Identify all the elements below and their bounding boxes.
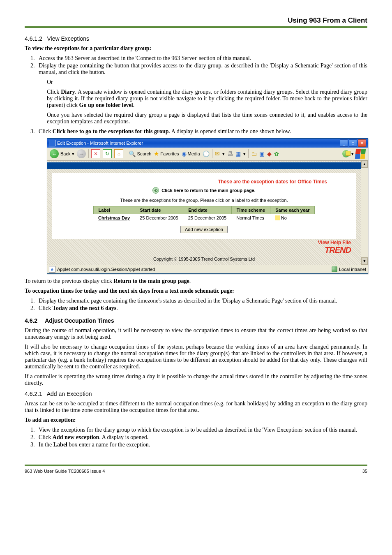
intro-view-exceptions: To view the exceptions for a particular …: [25, 45, 367, 52]
add-exception-p1: Areas can be set to be occupied at times…: [25, 400, 367, 414]
minimize-button[interactable]: _: [340, 139, 348, 147]
col-end: End date: [183, 206, 232, 214]
home-icon[interactable]: ⌂: [114, 149, 123, 158]
favorites-button[interactable]: ★Favorites: [154, 150, 179, 157]
footer-left: 963 Web User Guide TC200685 Issue 4: [25, 469, 105, 474]
ie-toolbar: ← Back ▾ → ✕ ↻ ⌂ 🔍Search ★Favorites ◉Med…: [47, 148, 368, 160]
search-button[interactable]: 🔍Search: [129, 150, 151, 157]
links-icon[interactable]: [342, 150, 350, 157]
return-para: To return to the previous display click …: [25, 278, 367, 284]
footer-page-number: 35: [362, 469, 367, 474]
intro-occupation: To occupation times for today and the ne…: [25, 288, 367, 294]
tool-icon-2[interactable]: ✿: [274, 150, 279, 157]
discuss-icon[interactable]: ▣: [259, 150, 265, 157]
scroll-up-icon[interactable]: ▲: [361, 160, 368, 168]
step-1: Access the 963 Server as described in th…: [36, 55, 367, 62]
maximize-button[interactable]: □: [349, 139, 357, 147]
media-icon: ◉: [182, 150, 187, 157]
adjust-p3: If a controller is operating the wrong t…: [25, 373, 367, 386]
exception-table: Label Start date End date Time scheme Sa…: [93, 206, 315, 222]
ie-window: Edit Exception - Microsoft Internet Expl…: [47, 138, 368, 274]
edit-icon[interactable]: ▦: [235, 150, 241, 157]
occ-step-2: Click Today and the next 6 days.: [36, 305, 367, 312]
return-link[interactable]: Click here to return to the main group p…: [161, 188, 256, 193]
click-diary-para: Click Diary. A separate window is opened…: [47, 89, 367, 109]
close-button[interactable]: ×: [358, 139, 366, 147]
add-step-2: Click Add new exception. A display is op…: [36, 434, 367, 441]
or-text: Or: [47, 79, 367, 86]
return-arrow-icon[interactable]: ⟲: [152, 187, 159, 194]
back-button[interactable]: ← Back ▾: [50, 149, 74, 158]
media-button[interactable]: ◉Media: [182, 150, 200, 157]
add-step-3: In the Label box enter a name for the ex…: [36, 442, 367, 448]
section-heading-view-exceptions: 4.6.1.2 View Exceptions: [25, 35, 367, 42]
forward-button[interactable]: →: [77, 149, 86, 158]
occ-step-1: Display the schematic page containing th…: [36, 298, 367, 304]
section-heading-add-exception: 4.6.2.1 Add an Exception: [25, 391, 367, 397]
col-scheme: Time scheme: [231, 206, 270, 214]
zone-icon: [332, 266, 337, 272]
back-arrow-icon: ←: [50, 149, 59, 158]
view-help-file-link[interactable]: View Help File: [318, 240, 351, 245]
intro-add-exception: To add an exception:: [25, 417, 367, 423]
search-icon: 🔍: [129, 150, 136, 157]
scrollbar[interactable]: ▲ ▼: [361, 160, 368, 265]
status-bar: e Applet com.novar.util.login.SessionApp…: [47, 265, 368, 273]
step-2: Display the page containing the button t…: [36, 62, 367, 76]
folder-icon[interactable]: 🗀: [251, 150, 257, 157]
page-header: Using 963 From a Client: [288, 16, 367, 25]
zone-text: Local intranet: [339, 267, 366, 272]
col-same: Same each year: [270, 206, 315, 214]
adjust-p1: During the course of normal operation, i…: [25, 327, 367, 340]
add-new-exception-button[interactable]: Add new exception: [180, 226, 228, 233]
history-icon[interactable]: 🕘: [203, 150, 210, 157]
status-text: Applet com.novar.util.login.SessionApple…: [57, 267, 155, 272]
stop-icon[interactable]: ✕: [91, 149, 100, 158]
row-label-link[interactable]: Christmas Day: [98, 215, 130, 220]
section-heading-adjust: 4.6.2Adjust Occupation Times: [25, 317, 367, 324]
star-icon: ★: [154, 150, 159, 157]
copyright-text: Copyright © 1995-2005 Trend Control Syst…: [52, 255, 356, 262]
col-start: Start date: [135, 206, 183, 214]
col-label: Label: [93, 206, 135, 214]
refresh-icon[interactable]: ↻: [103, 149, 112, 158]
table-row: Christmas Day 25 December 2005 25 Decemb…: [93, 214, 315, 222]
tool-icon-1[interactable]: ◆: [267, 150, 272, 157]
blue-banner: [47, 162, 361, 169]
mail-icon[interactable]: ✉: [215, 150, 220, 157]
add-step-1: View the exceptions for the diary group …: [36, 427, 367, 433]
exception-note: These are the exceptions for the group. …: [56, 198, 352, 203]
step-3: Click Click here to go to the exceptions…: [36, 128, 367, 135]
window-titlebar[interactable]: Edit Exception - Microsoft Internet Expl…: [47, 139, 368, 148]
windows-flag-icon: [355, 149, 366, 159]
window-title: Edit Exception - Microsoft Internet Expl…: [57, 141, 143, 146]
exception-heading: These are the exception dates for Office…: [56, 179, 352, 185]
print-icon[interactable]: 🖶: [227, 150, 233, 157]
applet-icon: e: [49, 266, 55, 273]
selected-group-para: Once you have selected the required diar…: [47, 112, 367, 125]
adjust-p2: It will also be necessary to change occu…: [25, 344, 367, 370]
trend-logo: TREND: [52, 245, 356, 255]
ie-logo-icon: [49, 140, 55, 146]
scroll-down-icon[interactable]: ▼: [361, 257, 368, 265]
